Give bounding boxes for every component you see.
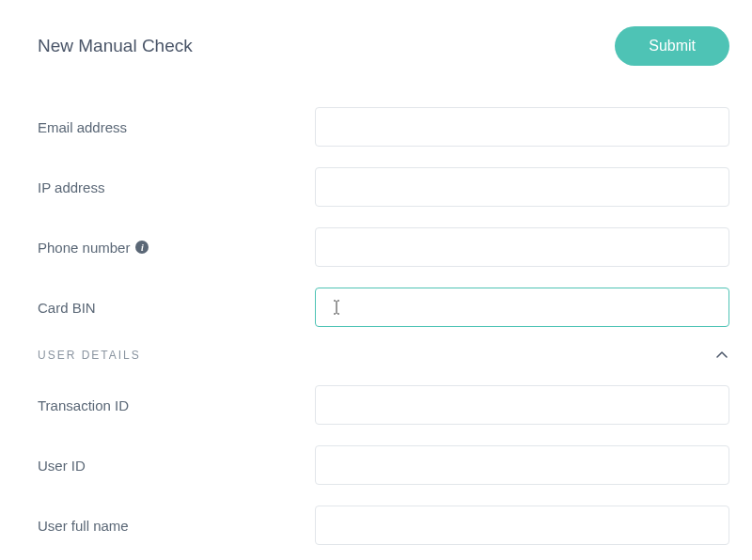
row-user-full-name: User full name [38,506,729,545]
header-row: New Manual Check Submit [38,26,729,66]
row-card-bin: Card BIN [38,288,729,327]
label-phone: Phone number i [38,240,315,256]
label-phone-text: Phone number [38,240,130,256]
label-user-id: User ID [38,458,315,474]
label-ip: IP address [38,179,315,195]
label-transaction-id: Transaction ID [38,397,315,413]
label-card-bin: Card BIN [38,300,315,316]
input-ip[interactable] [315,167,729,207]
input-user-full-name[interactable] [315,506,729,545]
input-card-bin-wrapper [315,288,729,327]
section-title: USER DETAILS [38,349,141,362]
input-transaction-id[interactable] [315,385,729,425]
section-header-user-details[interactable]: USER DETAILS [38,348,729,363]
row-phone: Phone number i [38,227,729,267]
label-email: Email address [38,119,315,135]
info-icon[interactable]: i [135,241,149,254]
row-email: Email address [38,107,729,147]
row-user-id: User ID [38,445,729,485]
submit-button[interactable]: Submit [615,26,729,66]
row-ip: IP address [38,167,729,207]
row-transaction-id: Transaction ID [38,385,729,425]
input-email[interactable] [315,107,729,147]
page-title: New Manual Check [38,36,193,56]
input-phone[interactable] [315,227,729,267]
input-card-bin[interactable] [315,288,729,327]
chevron-up-icon [714,348,729,363]
input-user-id[interactable] [315,445,729,485]
label-user-full-name: User full name [38,518,315,534]
